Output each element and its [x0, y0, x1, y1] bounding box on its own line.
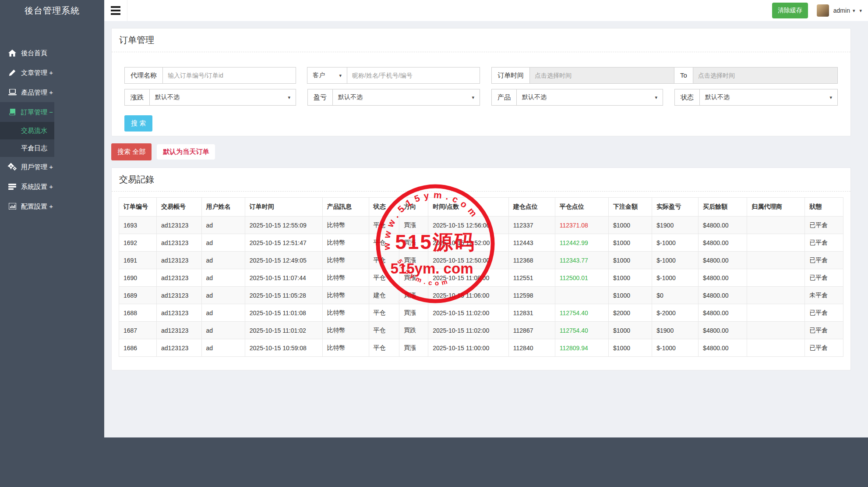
- table-cell: 已平倉: [805, 217, 843, 234]
- table-cell: ad123123: [157, 339, 202, 357]
- sidebar-item-label: 系統設置 +: [21, 183, 53, 190]
- table-cell: 建仓: [369, 287, 399, 304]
- header-cell: 用户姓名: [201, 198, 245, 217]
- filter-body: 代理名称 客户 ▾ 订单时间 To: [112, 52, 850, 136]
- search-all-button[interactable]: 搜索 全部: [111, 143, 152, 160]
- sidebar-item-close-log[interactable]: 平倉日志: [0, 139, 54, 157]
- table-cell: [747, 287, 804, 304]
- table-header-row: 订单编号交易帳号用户姓名订单时间产品訊息状态方向时间/点数建仓点位平仓点位下注金…: [119, 198, 843, 217]
- chevron-down-icon: ▾: [466, 95, 474, 100]
- table-cell: $1900: [652, 217, 699, 234]
- updown-select[interactable]: 默认不选 ▾: [149, 89, 296, 106]
- customer-select[interactable]: 客户 ▾: [307, 67, 347, 84]
- sidebar-item-label: 訂單管理 −: [21, 108, 53, 116]
- table-cell: [555, 287, 608, 304]
- sidebar-item-label: 後台首頁: [21, 49, 47, 57]
- panel-title-order-management: 订单管理: [112, 28, 850, 52]
- table-cell: 112754.40: [555, 322, 608, 339]
- user-menu[interactable]: admin ▾: [833, 7, 855, 14]
- status-group: 状态 默认不选 ▾: [674, 89, 838, 106]
- time-from-input[interactable]: [529, 67, 674, 84]
- clear-cache-button[interactable]: 清除緩存: [772, 3, 808, 18]
- table-cell: 比特幣: [322, 252, 369, 269]
- table-cell: $1000: [609, 287, 652, 304]
- table-cell: 比特幣: [322, 269, 369, 287]
- filter-row-2: 涨跌 默认不选 ▾ 盈亏 默认不选 ▾ 产品: [124, 89, 838, 106]
- table-cell: 已平倉: [805, 252, 843, 269]
- table-cell: 1688: [119, 304, 157, 322]
- sidebar-item-home[interactable]: 後台首頁: [0, 43, 104, 63]
- table-cell: 112343.77: [555, 252, 608, 269]
- server-icon: [7, 177, 17, 196]
- chevron-down-icon: ▾: [282, 95, 290, 100]
- product-select[interactable]: 默认不选 ▾: [516, 89, 663, 106]
- table-cell: 112371.08: [555, 217, 608, 234]
- customer-input[interactable]: [347, 67, 480, 84]
- agent-name-label: 代理名称: [124, 67, 163, 84]
- table-cell: $1900: [652, 322, 699, 339]
- table-cell: ad123123: [157, 217, 202, 234]
- table-cell: 2025-10-15 12:49:05: [245, 252, 322, 269]
- table-cell: $-1000: [652, 339, 699, 357]
- search-button[interactable]: 搜 索: [124, 115, 152, 132]
- sidebar-item-products[interactable]: 產品管理 +: [0, 82, 104, 102]
- table-cell: 未平倉: [805, 287, 843, 304]
- table-cell: $4800.00: [699, 304, 747, 322]
- avatar[interactable]: [817, 4, 829, 17]
- header-cell: 下注金額: [609, 198, 652, 217]
- chevron-down-icon: ▾: [649, 95, 657, 100]
- table-cell: $4800.00: [699, 269, 747, 287]
- time-to-input[interactable]: [693, 67, 838, 84]
- sidebar-item-system[interactable]: 系統設置 +: [0, 177, 104, 196]
- sidebar-item-config[interactable]: 配置設置 +: [0, 196, 104, 216]
- agent-name-group: 代理名称: [124, 67, 296, 84]
- table-cell: [747, 269, 804, 287]
- table-cell: 112500.01: [555, 269, 608, 287]
- sidebar-item-articles[interactable]: 文章管理 +: [0, 63, 104, 82]
- action-row: 搜索 全部 默认为当天订单: [111, 143, 851, 160]
- header-cell: 归属代理商: [747, 198, 804, 217]
- navbar-caret-toggle[interactable]: ▾: [859, 8, 862, 14]
- table-cell: 112598: [508, 287, 555, 304]
- app-title: 後台管理系統: [0, 0, 104, 21]
- transactions-table: 订单编号交易帳号用户姓名订单时间产品訊息状态方向时间/点数建仓点位平仓点位下注金…: [119, 197, 843, 357]
- table-cell: 2025-10-15 12:52:00: [428, 234, 509, 252]
- sidebar-toggle-button[interactable]: [104, 0, 127, 21]
- panel-title-transactions: 交易記錄: [112, 168, 850, 192]
- table-cell: $1000: [609, 234, 652, 252]
- laptop-icon: [7, 82, 17, 102]
- table-cell: 比特幣: [322, 322, 369, 339]
- table-cell: [747, 234, 804, 252]
- table-cell: 2025-10-15 11:01:02: [245, 322, 322, 339]
- table-cell: [747, 252, 804, 269]
- table-cell: 已平倉: [805, 322, 843, 339]
- order-id-input[interactable]: [162, 67, 296, 84]
- table-cell: ad: [201, 339, 245, 357]
- table-cell: 2025-10-15 12:51:47: [245, 234, 322, 252]
- table-cell: 112551: [508, 269, 555, 287]
- table-cell: 112809.94: [555, 339, 608, 357]
- header-cell: 方向: [399, 198, 428, 217]
- table-cell: $2000: [609, 304, 652, 322]
- table-cell: 2025-10-15 11:01:08: [245, 304, 322, 322]
- sidebar-item-label: 交易流水: [21, 127, 47, 134]
- table-cell: ad123123: [157, 322, 202, 339]
- table-cell: [747, 304, 804, 322]
- table-cell: 買漲: [399, 217, 428, 234]
- table-cell: $4800.00: [699, 339, 747, 357]
- table-cell: ad123123: [157, 304, 202, 322]
- sidebar-item-orders[interactable]: 訂單管理 −: [0, 102, 54, 122]
- sidebar-item-users[interactable]: 用戶管理 +: [0, 157, 104, 177]
- sidebar-item-transactions[interactable]: 交易流水: [0, 122, 54, 139]
- table-cell: 比特幣: [322, 304, 369, 322]
- table-row: 1693ad123123ad2025-10-15 12:55:09比特幣平仓買漲…: [119, 217, 843, 234]
- table-cell: 已平倉: [805, 234, 843, 252]
- header-cell: 状态: [369, 198, 399, 217]
- table-cell: 平仓: [369, 234, 399, 252]
- table-cell: $4800.00: [699, 217, 747, 234]
- profit-select[interactable]: 默认不选 ▾: [332, 89, 480, 106]
- sidebar-item-label: 文章管理 +: [21, 69, 53, 76]
- product-group: 产品 默认不选 ▾: [491, 89, 663, 106]
- table-cell: 112867: [508, 322, 555, 339]
- status-select[interactable]: 默认不选 ▾: [699, 89, 838, 106]
